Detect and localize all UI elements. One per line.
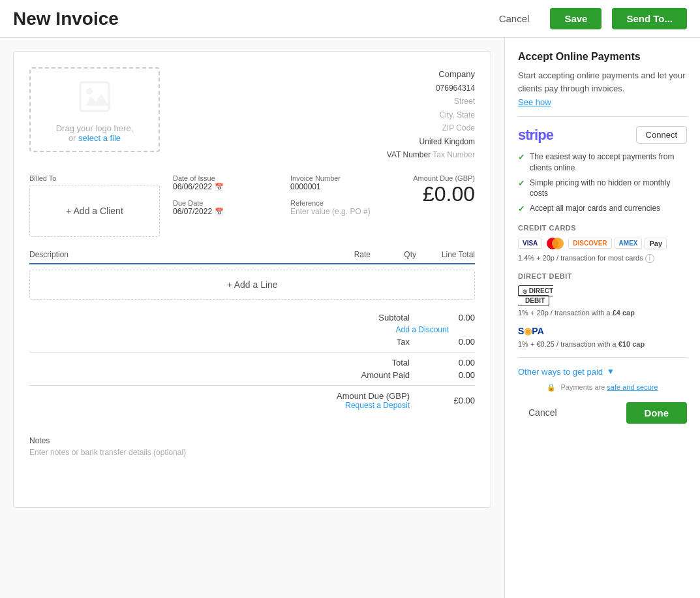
- company-vat: VAT Number Tax Number: [387, 148, 475, 161]
- total-value: 0.00: [436, 358, 475, 368]
- date-of-issue-value: 06/06/2022: [173, 182, 212, 191]
- visa-icon: VISA: [518, 238, 542, 249]
- reference-label: Reference: [290, 199, 408, 207]
- rate-col-header: Rate: [305, 250, 371, 259]
- company-zip: ZIP Code: [387, 121, 475, 134]
- subtotal-label: Subtotal: [331, 313, 410, 323]
- svg-point-3: [552, 238, 564, 249]
- mastercard-icon: [545, 237, 566, 250]
- subtotal-value: 0.00: [436, 313, 475, 323]
- company-city-state: City, State: [387, 108, 475, 121]
- company-name: Company: [387, 67, 475, 82]
- reference-input[interactable]: Enter value (e.g. PO #): [290, 207, 408, 216]
- send-to-button[interactable]: Send To...: [612, 8, 687, 29]
- amount-paid-value: 0.00: [436, 370, 475, 380]
- secure-text: 🔒 Payments are safe and secure: [518, 383, 687, 392]
- chevron-down-icon: ▼: [607, 367, 615, 376]
- tax-value: 0.00: [436, 337, 475, 347]
- credit-cards-label: CREDIT CARDS: [518, 224, 687, 232]
- desc-col-header: Description: [29, 250, 305, 259]
- amount-due-value: £0.00: [408, 182, 475, 206]
- sepa-fee: 1% + €0.25 / transaction with a €10 cap: [518, 340, 687, 348]
- date-of-issue-label: Date of Issue: [173, 174, 277, 182]
- see-how-link[interactable]: See how: [518, 97, 687, 107]
- feature-item: ✓ The easiest way to accept payments fro…: [518, 151, 687, 174]
- request-deposit-link[interactable]: Request a Deposit: [331, 401, 410, 410]
- other-ways-link[interactable]: Other ways to get paid ▼: [518, 367, 687, 377]
- direct-debit-label: DIRECT DEBIT: [518, 272, 687, 280]
- company-street: Street: [387, 95, 475, 108]
- add-discount-link[interactable]: Add a Discount: [396, 325, 449, 334]
- stripe-connect-button[interactable]: Connect: [636, 126, 687, 144]
- total-col-header: Line Total: [416, 250, 475, 259]
- page-title: New Invoice: [13, 8, 478, 29]
- date-of-issue-calendar-icon[interactable]: 📅: [215, 183, 224, 191]
- lock-icon: 🔒: [547, 383, 556, 391]
- done-button[interactable]: Done: [626, 402, 688, 424]
- feature-list: ✓ The easiest way to accept payments fro…: [518, 151, 687, 215]
- notes-label: Notes: [29, 436, 475, 445]
- card-icons: VISA DISCOVER AMEX Pay: [518, 237, 687, 250]
- qty-col-header: Qty: [371, 250, 416, 259]
- info-icon[interactable]: i: [645, 254, 654, 263]
- direct-debit-logo: ◎ DIRECT DEBIT: [518, 285, 687, 305]
- company-number: 076964314: [387, 82, 475, 95]
- stripe-logo: stripe: [518, 127, 553, 144]
- logo-drop-area[interactable]: Drag your logo here, or select a file: [29, 67, 160, 152]
- due-date-label: Due Date: [173, 199, 277, 207]
- cancel-button[interactable]: Cancel: [489, 8, 540, 29]
- svg-rect-0: [80, 82, 109, 111]
- sidebar-cancel-button[interactable]: Cancel: [518, 402, 568, 423]
- direct-debit-fee: 1% + 20p / transaction with a £4 cap: [518, 309, 687, 317]
- amount-due-gbp-value: £0.00: [436, 396, 475, 405]
- add-client-button[interactable]: + Add a Client: [29, 185, 160, 237]
- sepa-logo: S◉PA: [518, 326, 687, 336]
- select-file-link[interactable]: select a file: [78, 133, 121, 143]
- discover-icon: DISCOVER: [568, 238, 611, 249]
- check-icon: ✓: [518, 152, 525, 163]
- check-icon: ✓: [518, 204, 525, 215]
- tax-label: Tax: [331, 337, 410, 347]
- due-date-calendar-icon[interactable]: 📅: [215, 208, 224, 216]
- company-country: United Kingdom: [387, 135, 475, 148]
- company-info: Company 076964314 Street City, State ZIP…: [387, 67, 475, 161]
- logo-or-select: or select a file: [68, 133, 121, 143]
- feature-item: ✓ Accept all major cards and currencies: [518, 203, 687, 215]
- safe-secure-link[interactable]: safe and secure: [607, 383, 658, 391]
- invoice-number-value: 0000001: [290, 182, 408, 191]
- amount-due-gbp-label: Amount Due (GBP): [331, 391, 410, 401]
- logo-placeholder-icon: [75, 77, 114, 118]
- total-label: Total: [331, 358, 410, 368]
- credit-card-fee: 1.4% + 20p / transaction for most cards …: [518, 254, 687, 263]
- amex-icon: AMEX: [615, 238, 643, 249]
- add-line-button[interactable]: + Add a Line: [29, 270, 475, 300]
- notes-input[interactable]: Enter notes or bank transfer details (op…: [29, 448, 475, 457]
- logo-drag-text: Drag your logo here,: [56, 123, 134, 133]
- check-icon: ✓: [518, 178, 525, 189]
- invoice-number-label: Invoice Number: [290, 174, 408, 182]
- svg-point-1: [86, 88, 93, 95]
- accept-payments-desc: Start accepting online payments and let …: [518, 69, 687, 95]
- accept-payments-title: Accept Online Payments: [518, 51, 687, 63]
- feature-item: ✓ Simple pricing with no hidden or month…: [518, 178, 687, 200]
- due-date-value: 06/07/2022: [173, 207, 212, 216]
- amount-paid-label: Amount Paid: [331, 370, 410, 380]
- billed-to-label: Billed To: [29, 174, 160, 182]
- amount-due-label: Amount Due (GBP): [408, 174, 475, 182]
- save-button[interactable]: Save: [550, 8, 601, 29]
- applepay-icon: Pay: [645, 238, 667, 249]
